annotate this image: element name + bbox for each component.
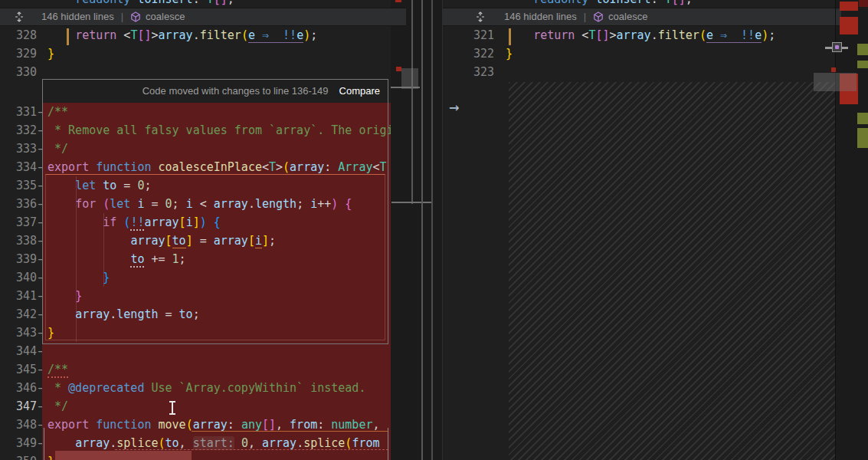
line-number-gutter[interactable]: 340– [0, 268, 37, 287]
code-line[interactable]: 345–/** [0, 360, 391, 379]
diff-sash-line[interactable] [421, 0, 423, 460]
code-text[interactable] [502, 63, 835, 81]
line-number-gutter[interactable]: 330 [0, 63, 37, 81]
code-text[interactable]: /** [42, 360, 391, 379]
line-number-gutter[interactable]: 342– [0, 305, 37, 324]
token: function [96, 160, 151, 174]
token: @deprecated [68, 381, 144, 395]
line-number: 331 [0, 103, 37, 121]
enclosing-symbol-label[interactable]: coalesce [608, 8, 647, 26]
token: : [651, 0, 665, 6]
unfold-icon[interactable] [14, 12, 25, 22]
code-text[interactable] [42, 63, 391, 81]
token: } [506, 47, 513, 61]
token: Array [338, 160, 372, 174]
code-line[interactable]: 346– * @deprecated Use `Array.copyWithin… [0, 379, 391, 397]
token: !! [283, 28, 296, 43]
left-scrollbar-slider[interactable] [401, 68, 418, 89]
code-line[interactable]: 329} [0, 44, 391, 63]
line-number: 323 [443, 63, 494, 81]
original-editor-pane[interactable]: readonly toInsert: T[];328 return <T[]>a… [0, 0, 391, 460]
diff-editor: readonly toInsert: T[];328 return <T[]>a… [0, 0, 868, 460]
line-number: 350 [0, 452, 37, 460]
line-number-gutter[interactable]: 343– [0, 324, 37, 342]
ruler-added-mark [857, 128, 868, 148]
code-line[interactable]: 347– */ [0, 397, 391, 416]
line-number: 330 [0, 63, 37, 81]
token [47, 28, 75, 42]
modified-editor-pane[interactable]: → readonly toInsert: T[];321 return <T[]… [443, 0, 835, 460]
code-text[interactable]: /** [42, 103, 391, 121]
moved-connector-line [411, 0, 413, 204]
line-number: 342 [0, 305, 37, 324]
code-line[interactable]: 322} [443, 44, 835, 63]
line-number: 329 [0, 44, 37, 63]
code-text[interactable]: return <T[]>array.filter(e ⇒ !!e); [502, 26, 835, 44]
line-number-gutter[interactable]: 322 [443, 44, 494, 63]
line-number-gutter[interactable]: 350– [0, 452, 37, 460]
code-text[interactable]: return <T[]>array.filter(e ⇒ !!e); [42, 26, 391, 44]
code-line[interactable]: 331–/** [0, 103, 391, 121]
hidden-lines-bar[interactable]: 146 hidden lines | coalesce [443, 8, 841, 26]
token: filter [658, 28, 699, 42]
right-scrollbar-slider[interactable] [814, 73, 857, 91]
line-number-gutter[interactable]: 347– [0, 397, 37, 416]
fold-marker-dot [835, 45, 839, 49]
line-number: 349 [0, 434, 37, 452]
token: array [290, 160, 324, 174]
token: /** [47, 363, 68, 378]
line-number: 348 [0, 416, 37, 434]
line-number-gutter[interactable]: 338– [0, 232, 37, 250]
code-text[interactable]: * @deprecated Use `Array.copyWithin` ins… [42, 379, 391, 397]
token: /** [47, 105, 68, 119]
line-number-gutter[interactable]: 349– [0, 434, 37, 452]
line-number-gutter[interactable]: 335– [0, 176, 37, 195]
code-text[interactable]: } [502, 44, 835, 63]
code-line[interactable]: 321 return <T[]>array.filter(e ⇒ !!e); [443, 26, 835, 44]
line-number: 334 [0, 158, 37, 176]
code-line[interactable]: 332– * Remove all falsy values from `arr… [0, 121, 391, 140]
line-number-gutter[interactable]: 339– [0, 250, 37, 268]
code-text[interactable]: */ [42, 397, 391, 416]
code-text[interactable]: } [42, 44, 391, 63]
code-text[interactable]: */ [42, 140, 391, 158]
token: T [269, 160, 276, 174]
code-line[interactable]: 328 return <T[]>array.filter(e ⇒ !!e); [0, 26, 391, 44]
moved-code-arrow[interactable]: → [449, 98, 459, 117]
changed-detail-underline [115, 449, 388, 450]
unfold-icon[interactable] [475, 12, 486, 22]
token: array [617, 28, 651, 42]
hidden-lines-bar[interactable]: 146 hidden lines | coalesce [0, 8, 406, 26]
token [47, 0, 75, 6]
code-line[interactable]: 344– [0, 342, 391, 360]
code-text[interactable]: * Remove all falsy values from `array`. … [42, 121, 391, 140]
symbol-cube-icon [593, 12, 604, 22]
code-line[interactable]: 323 [443, 63, 835, 81]
line-number-gutter[interactable]: 329 [0, 44, 37, 63]
enclosing-symbol-label[interactable]: coalesce [146, 8, 185, 26]
scrollbar-fold-marker[interactable] [832, 42, 842, 52]
line-number-gutter[interactable]: 336– [0, 195, 37, 213]
line-number-gutter[interactable]: 334– [0, 158, 37, 176]
line-number-gutter[interactable]: 341– [0, 287, 37, 305]
line-number-gutter[interactable]: 332– [0, 121, 37, 140]
code-line[interactable]: 333– */ [0, 140, 391, 158]
code-text[interactable] [42, 342, 391, 360]
compare-link[interactable]: Compare [339, 82, 380, 100]
line-number: 341 [0, 287, 37, 305]
line-number-gutter[interactable]: 333– [0, 140, 37, 158]
line-number-gutter[interactable]: 345– [0, 360, 37, 379]
line-number-gutter[interactable]: 348– [0, 416, 37, 434]
code-line[interactable]: 330 [0, 63, 391, 81]
line-number-gutter[interactable]: 323 [443, 63, 494, 81]
line-number-gutter[interactable]: 344– [0, 342, 37, 360]
line-number-gutter[interactable]: 337– [0, 213, 37, 232]
line-number-gutter[interactable]: 321 [443, 26, 494, 44]
line-number-gutter[interactable]: 331– [0, 103, 37, 121]
line-number-gutter[interactable]: 346– [0, 379, 37, 397]
token: filter [200, 28, 241, 42]
line-number-gutter[interactable]: 328 [0, 26, 37, 44]
overview-removed-mark [396, 67, 401, 71]
token: [] [595, 28, 609, 42]
diff-sash-line[interactable] [431, 0, 433, 460]
